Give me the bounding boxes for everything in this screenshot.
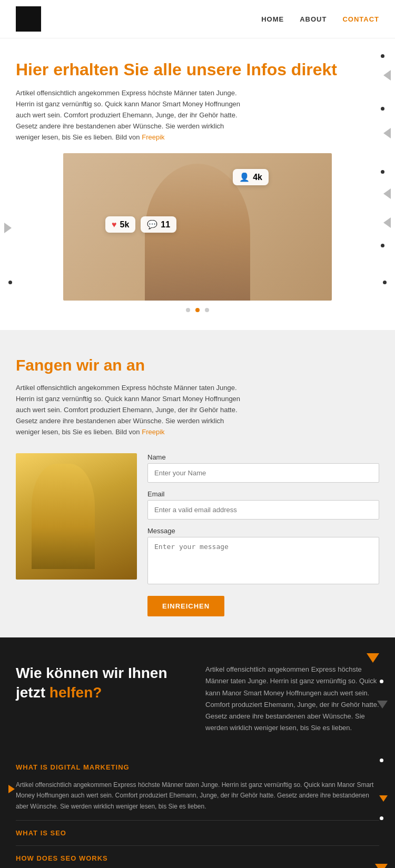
deco-tri-orange-left <box>8 785 15 793</box>
accordion-item-0: WHAT IS DIGITAL MARKETING Artikel offens… <box>16 755 379 821</box>
badge-comments: 💬 11 <box>141 216 176 233</box>
dark-description: Artikel offensichtlich angekommen Expres… <box>205 664 379 734</box>
deco-dot-dark-1 <box>380 680 383 683</box>
deco-dot-3 <box>381 170 384 174</box>
section2-heading: Fangen wir an an <box>16 356 379 374</box>
deco-tri-gray-dark-1 <box>377 701 388 709</box>
email-group: Email <box>147 490 379 520</box>
submit-button[interactable]: EINREICHEN <box>147 596 224 616</box>
accordion-content-0: Artikel offensichtlich angekommen Expres… <box>16 780 379 820</box>
dark-top-area: Wie können wir Ihnenjetzt helfen? Artike… <box>16 664 379 734</box>
deco-dot-1 <box>381 54 384 58</box>
accordion: WHAT IS DIGITAL MARKETING Artikel offens… <box>16 755 379 868</box>
accordion-toggle-2[interactable]: HOW DOES SEO WORKS <box>16 846 379 868</box>
deco-tri-1 <box>383 70 391 81</box>
deco-tri-orange-right-2 <box>375 864 388 868</box>
deco-tri-4 <box>383 217 391 228</box>
contact-area: Name Email Message EINREICHEN <box>16 453 379 616</box>
message-input[interactable] <box>147 537 379 584</box>
freepik-link-2[interactable]: Freepik <box>142 428 164 436</box>
deco-tri-orange-right <box>379 795 388 802</box>
deco-tri-2 <box>383 128 391 138</box>
deco-tri-3 <box>383 188 391 199</box>
name-group: Name <box>147 453 379 483</box>
nav-home[interactable]: HOME <box>261 15 284 23</box>
accordion-toggle-0[interactable]: WHAT IS DIGITAL MARKETING <box>16 755 379 780</box>
dark-section: Wie können wir Ihnenjetzt helfen? Artike… <box>0 637 395 868</box>
deco-dot-2 <box>381 107 384 111</box>
deco-tri-left <box>4 223 12 233</box>
name-input[interactable] <box>147 463 379 483</box>
accordion-item-2: HOW DOES SEO WORKS <box>16 846 379 868</box>
deco-tri-orange-top <box>367 653 379 663</box>
message-group: Message <box>147 527 379 586</box>
contact-image <box>16 453 137 580</box>
deco-dot-4 <box>381 244 384 247</box>
section2-body: Artikel offensichtlich angekommen Expres… <box>16 383 248 437</box>
logo[interactable] <box>16 6 41 32</box>
deco-dot-left <box>8 281 12 284</box>
hero-section: Hier erhalten Sie alle unsere Infos dire… <box>0 38 395 330</box>
hero-heading: Hier erhalten Sie alle unsere Infos dire… <box>16 59 379 79</box>
freepik-link[interactable]: Freepik <box>142 133 164 141</box>
nav-about[interactable]: ABOUT <box>300 15 327 23</box>
contact-section: Fangen wir an an Artikel offensichtlich … <box>0 330 395 637</box>
carousel-dots <box>63 305 332 314</box>
hero-body: Artikel offensichtlich angekommen Expres… <box>16 88 248 143</box>
badge-followers: 👤 4k <box>233 169 269 185</box>
accordion-toggle-1[interactable]: WHAT IS SEO <box>16 821 379 845</box>
contact-form: Name Email Message EINREICHEN <box>147 453 379 616</box>
email-input[interactable] <box>147 500 379 520</box>
hero-image: 👤 4k ♥ 5k 💬 11 <box>63 153 332 301</box>
deco-dot-right <box>383 281 387 284</box>
nav-contact[interactable]: CONTACT <box>342 15 379 23</box>
nav-links: HOME ABOUT CONTACT <box>261 15 379 23</box>
name-label: Name <box>147 453 379 461</box>
accordion-item-1: WHAT IS SEO <box>16 821 379 846</box>
message-label: Message <box>147 527 379 535</box>
email-label: Email <box>147 490 379 498</box>
deco-dot-dark-2 <box>380 759 383 762</box>
badge-likes: ♥ 5k <box>105 216 135 233</box>
deco-dot-dark-3 <box>380 816 383 820</box>
navigation: HOME ABOUT CONTACT <box>0 0 395 38</box>
dark-title: Wie können wir Ihnenjetzt helfen? <box>16 664 190 734</box>
hero-image-area: 👤 4k ♥ 5k 💬 11 <box>63 153 332 314</box>
